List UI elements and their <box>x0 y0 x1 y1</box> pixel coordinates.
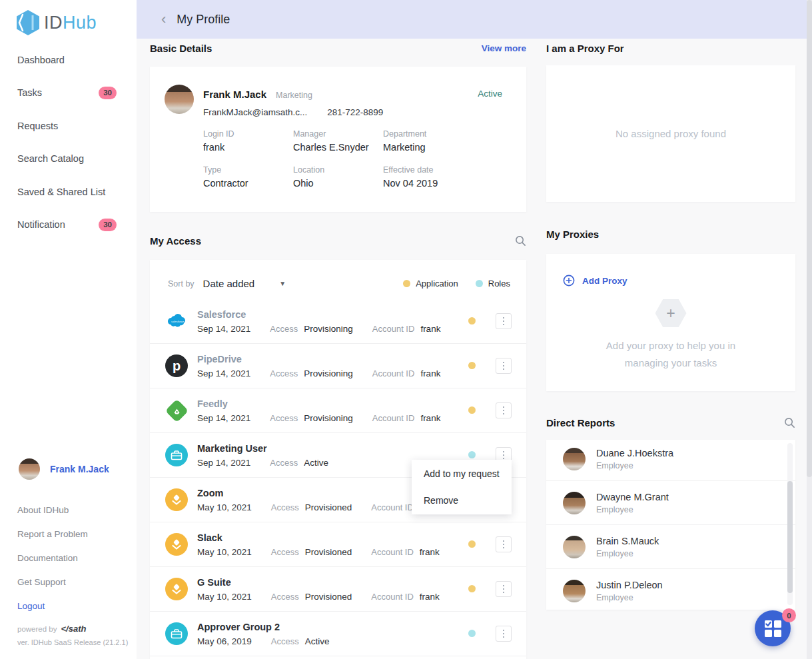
row-menu-button[interactable] <box>496 581 512 597</box>
sidebar-item-tasks[interactable]: Tasks30 <box>0 77 137 110</box>
access-row-slack[interactable]: Slack May 10, 2021 Access Provisioned Ac… <box>150 522 526 567</box>
sidebar-user[interactable]: Frank M.Jack <box>19 458 109 480</box>
proxy-for-empty-text: No assigned proxy found <box>546 65 795 202</box>
profile-fields: Login IDfrank ManagerCharles E.Snyder De… <box>203 129 496 189</box>
row-type-dot <box>468 451 476 458</box>
status-badge: Active <box>478 89 502 99</box>
pipedrive-icon: p <box>165 354 188 377</box>
sort-caret-icon[interactable]: ▼ <box>279 280 286 287</box>
get-support-link[interactable]: Get Support <box>17 570 88 594</box>
report-avatar <box>563 536 586 558</box>
reports-scrollbar-thumb[interactable] <box>787 481 793 593</box>
profile-name: Frank M.Jack <box>203 89 266 100</box>
layers-icon <box>165 488 188 511</box>
my-access-search-icon[interactable] <box>515 235 526 247</box>
report-avatar <box>563 580 586 602</box>
my-access-card: Sort by Date added ▼ Application Roles s… <box>150 260 526 659</box>
row-menu-button[interactable] <box>496 402 512 418</box>
view-more-link[interactable]: View more <box>482 43 526 53</box>
report-row[interactable]: Dwayne M.Grant Employee <box>546 481 795 525</box>
field-manager: ManagerCharles E.Snyder <box>293 129 383 153</box>
report-row[interactable]: Brain S.Mauck Employee <box>546 525 795 569</box>
user-avatar <box>19 458 40 480</box>
add-proxy-button[interactable]: Add Proxy <box>546 254 795 287</box>
layers-icon <box>165 578 188 600</box>
plus-circle-icon <box>563 275 575 287</box>
salesforce-icon: salesforce <box>165 310 188 332</box>
report-problem-link[interactable]: Report a Problem <box>17 522 88 546</box>
direct-reports-title: Direct Reports <box>546 417 615 428</box>
profile-email: FrankMJack@iamsath.c... <box>203 107 307 117</box>
sidebar-item-notification[interactable]: Notification30 <box>0 209 137 242</box>
sidebar-item-dashboard[interactable]: Dashboard <box>0 43 137 77</box>
report-row[interactable]: Duane J.Hoekstra Employee <box>546 440 795 481</box>
briefcase-icon <box>165 622 188 645</box>
tasks-count-badge: 30 <box>99 87 117 99</box>
sort-row: Sort by Date added ▼ Application Roles <box>150 260 526 289</box>
basic-details-card: Frank M.Jack Marketing FrankMJack@iamsat… <box>150 67 526 212</box>
direct-reports-head: Direct Reports <box>546 417 795 428</box>
profile-avatar <box>165 85 194 114</box>
powered-by: powered by </sath <box>17 624 86 634</box>
sidebar-item-requests[interactable]: Requests <box>0 109 137 143</box>
row-menu-button[interactable] <box>496 626 512 642</box>
logout-link[interactable]: Logout <box>17 594 88 618</box>
row-type-dot <box>468 540 476 548</box>
page-scrollbar-thumb[interactable] <box>807 0 812 477</box>
report-avatar <box>563 492 586 514</box>
about-idhub-link[interactable]: About IDHub <box>17 498 88 522</box>
direct-reports-search-icon[interactable] <box>784 417 795 428</box>
row-menu-button[interactable] <box>496 358 512 374</box>
row-menu-button[interactable] <box>496 536 512 552</box>
user-name-link[interactable]: Frank M.Jack <box>50 464 109 474</box>
page-header: ‹ My Profile <box>137 0 812 39</box>
access-row-pipedrive[interactable]: p PipeDrive Sep 14, 2021 Access Provisio… <box>150 344 526 388</box>
sort-dropdown[interactable]: Date added <box>203 278 255 289</box>
back-chevron-icon[interactable]: ‹ <box>161 12 166 27</box>
row-context-menu: Add to my request Remove <box>412 460 512 514</box>
row-type-dot <box>468 362 476 369</box>
sath-logo: </sath <box>61 624 86 634</box>
idhub-logo[interactable]: IDHub <box>15 9 97 37</box>
page-title: My Profile <box>177 13 230 27</box>
basic-details-head: Basic Details View more <box>150 43 526 54</box>
roles-dot-icon <box>476 280 483 287</box>
sidebar-item-search-catalog[interactable]: Search Catalog <box>0 143 137 176</box>
row-type-dot <box>468 630 476 637</box>
application-dot-icon <box>403 280 410 287</box>
profile-phone: 281-722-8899 <box>327 107 383 117</box>
direct-reports-rows: Duane J.Hoekstra Employee Dwayne M.Grant… <box>546 440 795 610</box>
field-type: TypeContractor <box>203 165 293 189</box>
row-menu-button[interactable] <box>496 313 512 329</box>
add-proxy-hexagon-button[interactable]: + <box>655 299 687 327</box>
access-legend: Application Roles <box>403 279 510 289</box>
row-type-dot <box>468 585 476 592</box>
field-location: LocationOhio <box>293 165 383 189</box>
my-access-head: My Access <box>150 235 526 247</box>
sidebar-footer: About IDHub Report a Problem Documentati… <box>17 498 88 618</box>
field-login-id: Login IDfrank <box>203 129 293 153</box>
sidebar-item-saved-shared-list[interactable]: Saved & Shared List <box>0 175 137 209</box>
access-row-salesforce[interactable]: salesforce Salesforce Sep 14, 2021 Acces… <box>150 299 526 344</box>
page-scrollbar-track <box>807 0 812 659</box>
notification-count-badge: 30 <box>99 219 117 231</box>
row-type-dot <box>468 317 476 325</box>
menu-item-add-to-my-request[interactable]: Add to my request <box>412 460 512 487</box>
field-department: DepartmentMarketing <box>383 129 496 153</box>
fab-count-badge: 0 <box>782 608 796 622</box>
report-row[interactable]: Justin P.Deleon Employee <box>546 569 795 610</box>
access-row-feedly[interactable]: Feedly Sep 14, 2021 Access Provisioning … <box>150 388 526 433</box>
sort-by-label: Sort by <box>168 279 195 289</box>
field-effective-date: Effective dateNov 04 2019 <box>383 165 496 189</box>
my-proxies-title: My Proxies <box>546 229 599 240</box>
access-row-gsuite[interactable]: G Suite May 10, 2021 Access Provisioned … <box>150 567 526 612</box>
logo-text: IDHub <box>44 13 97 33</box>
sidebar-nav: Dashboard Tasks30 Requests Search Catalo… <box>0 43 137 241</box>
documentation-link[interactable]: Documentation <box>17 546 88 570</box>
menu-item-remove[interactable]: Remove <box>412 487 512 514</box>
proxy-for-head: I am a Proxy For <box>546 43 795 54</box>
briefcase-icon <box>165 444 188 466</box>
row-type-dot <box>468 406 476 414</box>
access-row-approver-group-2[interactable]: Approver Group 2 May 06, 2019 Access Act… <box>150 612 526 656</box>
report-avatar <box>563 448 586 470</box>
